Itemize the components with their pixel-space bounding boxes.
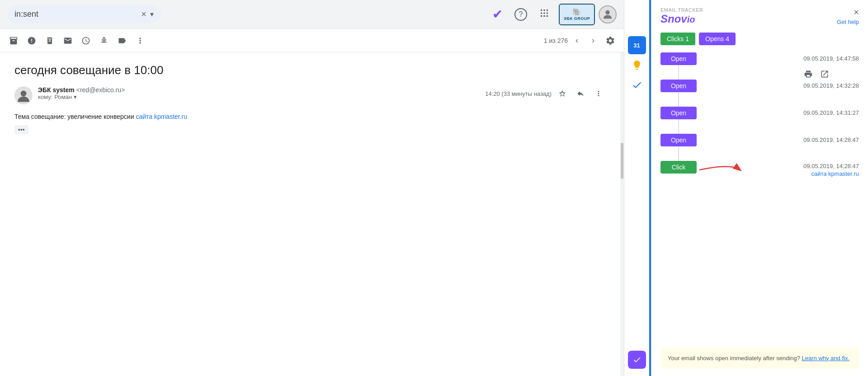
calendar-button[interactable]: 31 [628,36,646,54]
search-clear-button[interactable]: × [141,9,146,19]
svg-point-3 [541,12,542,14]
info-box: Your email shows open immediately after … [660,348,859,369]
tracker-close-button[interactable]: × [854,8,859,17]
event-time-2: 09.05.2019, 14:32:28 [782,82,859,89]
search-input[interactable]: in:sent [14,9,137,19]
company-logo: 🐘 ЭБК GROUP [559,4,595,25]
body-text: Тема совещание: увеличение конверсии [14,113,134,120]
svg-point-1 [543,9,545,11]
next-button[interactable]: › [586,33,600,48]
tracker-tabs: Clicks 1 Opens 4 [651,29,868,52]
search-box[interactable]: in:sent × ▾ [7,5,161,23]
timeline-click-event: Click 09.05.2019, 14:28:47 [660,161,859,178]
open-event-label-2: Open [660,80,697,92]
sender-avatar [14,86,33,104]
open-event-label-1: Open [660,52,697,65]
keep-button[interactable] [628,56,646,74]
svg-point-0 [541,9,542,11]
avatar[interactable] [599,5,617,24]
click-event-label: Click [660,161,697,174]
reply-button[interactable] [573,86,588,101]
search-chevron-icon[interactable]: ▾ [150,10,154,19]
check-icon: ✔ [492,7,503,22]
body-link[interactable]: сайта kpmaster.ru [136,113,187,120]
opens-tab[interactable]: Opens 4 [699,33,736,45]
tracker-timeline: Open 09.05.2019, 14:47:58 Open 09.05.201… [651,52,868,340]
help-icon: ? [514,8,527,21]
grid-icon [539,8,549,20]
snovio-button[interactable] [628,351,646,369]
svg-point-9 [605,10,609,14]
email-header: ЭБК system <red@exbico.ru> кому: Роман ▾… [14,86,606,104]
mark-unread-button[interactable] [60,33,76,49]
right-sidebar: 31 [624,0,649,376]
email-time: 14:20 (33 минуты назад) [485,90,552,97]
email-body: Тема совещание: увеличение конверсии сай… [14,112,606,122]
more-actions-button[interactable] [132,33,148,49]
learn-why-link[interactable]: Learn why and fix. [802,355,850,362]
click-event-link[interactable]: сайта kpmaster.ru [811,170,859,177]
recipient-name: Роман [54,94,72,100]
svg-point-6 [541,15,542,17]
top-bar: in:sent × ▾ ✔ ? 🐘 ЭБК GROUP [0,0,624,29]
report-spam-button[interactable] [24,33,40,49]
email-toolbar: 1 из 276 ‹ › [0,29,624,52]
open-event-label-4: Open [660,134,697,146]
svg-point-2 [547,9,548,11]
help-button[interactable]: ? [512,5,530,24]
svg-point-5 [547,12,548,14]
snooze-button[interactable] [78,33,94,49]
email-subject: сегодня совещание в 10:00 [14,63,606,77]
pagination-text: 1 из 276 [544,37,568,44]
event-time-4: 09.05.2019, 14:28:47 [782,136,859,143]
svg-point-10 [21,91,27,97]
timeline-event-2: Open 09.05.2019, 14:32:28 [660,80,859,107]
tasks-sidebar-button[interactable] [628,76,646,94]
svg-point-7 [543,15,545,17]
sender-email: <red@exbico.ru> [76,86,125,94]
tracker-label: EMAIL TRACKER [660,7,703,13]
tracker-brand: Snovio [660,13,703,25]
more-email-actions-button[interactable] [591,86,606,101]
timeline-event-4: Open 09.05.2019, 14:28:47 [660,134,859,161]
archive-button[interactable] [5,33,22,49]
event-time-3: 09.05.2019, 14:31:27 [782,109,859,116]
delete-button[interactable] [42,33,58,49]
ellipsis-button[interactable]: ••• [14,125,28,134]
pagination: 1 из 276 ‹ › [544,33,600,48]
settings-button[interactable] [602,33,618,49]
logo-area: 🐘 ЭБК GROUP [559,4,617,25]
recipient-chevron[interactable]: ▾ [74,94,77,100]
star-button[interactable] [555,86,570,101]
scrollbar[interactable] [620,52,624,376]
email-body-area: сегодня совещание в 10:00 ЭБК system <re… [0,52,620,376]
tasks-button[interactable]: ✔ [488,5,506,24]
tracker-panel: EMAIL TRACKER Snovio × Get help Clicks 1… [651,0,868,376]
svg-point-8 [547,15,548,17]
sender-name: ЭБК system [38,86,75,94]
label-button[interactable] [114,33,130,49]
svg-point-4 [543,12,545,14]
red-arrow-icon [695,161,749,179]
event-time-1: 09.05.2019, 14:47:58 [782,55,859,62]
open-event-label-3: Open [660,107,697,119]
move-to-button[interactable] [96,33,112,49]
scroll-thumb[interactable] [621,143,623,179]
prev-button[interactable]: ‹ [570,33,584,48]
apps-button[interactable] [535,5,553,24]
clicks-tab[interactable]: Clicks 1 [660,33,695,45]
click-event-time: 09.05.2019, 14:28:47 [803,163,859,169]
get-help-link[interactable]: Get help [837,19,859,25]
tracker-header: EMAIL TRACKER Snovio × Get help [651,0,868,29]
timeline-event-3: Open 09.05.2019, 14:31:27 [660,107,859,134]
info-text: Your email shows open immediately after … [668,355,800,362]
recipient-info: кому: Роман ▾ [38,94,480,100]
timeline-event-1: Open 09.05.2019, 14:47:58 [660,52,859,80]
sender-info: ЭБК system <red@exbico.ru> кому: Роман ▾ [38,86,480,100]
